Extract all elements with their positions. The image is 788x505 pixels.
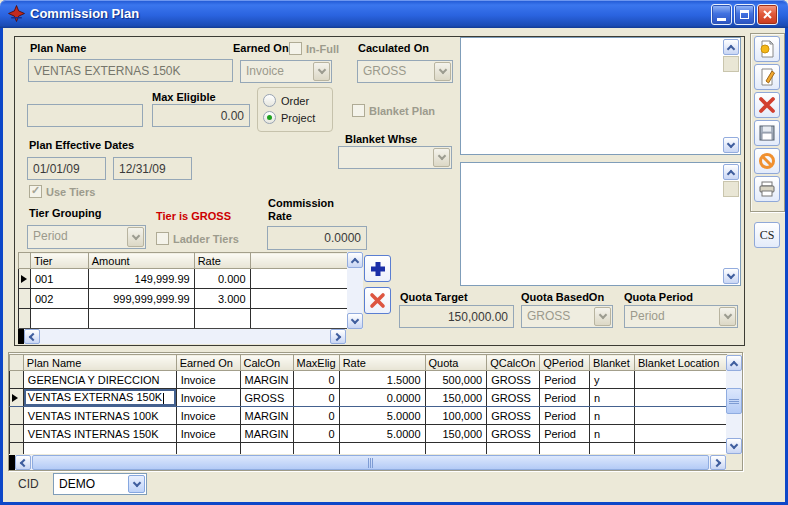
add-tier-button[interactable] <box>364 255 391 282</box>
tier-grid-hscroll[interactable] <box>24 329 346 344</box>
use-tiers-label: Use Tiers <box>46 186 95 198</box>
project-label: Project <box>281 112 315 124</box>
earned-on-column-header[interactable]: Earned On <box>176 355 240 371</box>
blanket-plan-label: Blanket Plan <box>369 105 435 117</box>
quota-target-field[interactable]: 150,000.00 <box>399 305 514 328</box>
amount-column-header[interactable]: Amount <box>88 253 194 269</box>
tier-column-header[interactable]: Tier <box>30 253 88 269</box>
scroll-thumb[interactable] <box>32 455 709 470</box>
scroll-right-button[interactable] <box>710 455 726 470</box>
edit-plan-button[interactable] <box>754 64 780 90</box>
upper-listbox[interactable] <box>460 37 741 155</box>
order-radio[interactable] <box>263 94 276 107</box>
plan-row[interactable]: VENTAS INTERNAS 150K Invoice MARGIN 0 5.… <box>10 425 727 443</box>
earned-on-label: Earned On <box>233 42 289 54</box>
radio-dot <box>267 115 272 120</box>
tier-row[interactable]: 001 149,999.99 0.000 <box>19 269 348 289</box>
minimize-button[interactable] <box>711 4 732 25</box>
tier-grid-corner <box>19 253 31 269</box>
scroll-thumb[interactable] <box>726 388 742 414</box>
cid-combo[interactable]: DEMO <box>53 473 147 495</box>
row-marker <box>10 407 24 425</box>
scroll-up-button[interactable] <box>723 39 739 55</box>
scroll-up-button[interactable] <box>723 164 739 180</box>
scroll-up-button[interactable] <box>726 355 742 371</box>
new-plan-button[interactable] <box>754 36 780 62</box>
scroll-thumb[interactable] <box>723 181 739 197</box>
cs-button[interactable]: CS <box>754 222 780 248</box>
plan-name-column-header[interactable]: Plan Name <box>23 355 176 371</box>
maxelig-column-header[interactable]: MaxElig <box>293 355 339 371</box>
print-button[interactable] <box>754 176 780 202</box>
max-eligible-field[interactable]: 0.00 <box>152 104 250 127</box>
plan-row[interactable]: GERENCIA Y DIRECCION Invoice MARGIN 0 1.… <box>10 371 727 389</box>
qperiod-column-header[interactable]: QPeriod <box>540 355 590 371</box>
rate-column-header[interactable]: Rate <box>194 253 250 269</box>
row-marker <box>19 309 31 329</box>
tier-grouping-label: Tier Grouping <box>29 207 102 219</box>
tier-grid: Tier Amount Rate 001 149,999.99 0.000 00… <box>18 252 348 329</box>
end-date-field[interactable]: 12/31/09 <box>113 157 192 180</box>
rate-column-header[interactable]: Rate <box>339 355 425 371</box>
lower-listbox[interactable] <box>460 162 741 286</box>
qcalcon-column-header[interactable]: QCalcOn <box>487 355 540 371</box>
quota-basedon-label: Quota BasedOn <box>521 291 604 303</box>
close-button[interactable] <box>757 4 778 25</box>
maximize-button[interactable] <box>734 4 755 25</box>
cancel-icon <box>758 152 776 170</box>
cid-label: CID <box>18 477 39 491</box>
scroll-down-button[interactable] <box>723 268 739 284</box>
thumb-grip <box>729 399 739 404</box>
scroll-thumb[interactable] <box>723 56 739 72</box>
plan-name-field: VENTAS EXTERNAS 150K <box>28 59 233 82</box>
calcon-column-header[interactable]: CalcOn <box>240 355 293 371</box>
scroll-left-button[interactable] <box>24 329 40 344</box>
calculated-on-label: Caculated On <box>358 42 429 54</box>
save-plan-button[interactable] <box>754 120 780 146</box>
scroll-down-button[interactable] <box>347 313 363 329</box>
scroll-down-button[interactable] <box>726 438 742 454</box>
row-marker <box>10 425 24 443</box>
in-full-checkbox <box>289 42 302 55</box>
commission-rate-label: Commission Rate <box>268 197 340 223</box>
commission-rate-field[interactable]: 0.0000 <box>267 226 367 250</box>
plan-row-selected[interactable]: VENTAS EXTERNAS 150K Invoice GROSS 0 0.0… <box>10 389 727 407</box>
ladder-tiers-label: Ladder Tiers <box>173 233 239 245</box>
chevron-down-icon <box>434 62 451 81</box>
quota-column-header[interactable]: Quota <box>425 355 487 371</box>
delete-icon <box>758 96 776 114</box>
maximize-icon <box>740 10 749 19</box>
use-tiers-checkbox: ✓ <box>29 185 42 198</box>
quota-basedon-combo: GROSS <box>521 305 613 328</box>
blanket-whse-combo <box>338 146 452 169</box>
project-radio[interactable] <box>263 111 276 124</box>
tier-row[interactable]: 002 999,999,999.99 3.000 <box>19 289 348 309</box>
in-full-label: In-Full <box>306 43 339 55</box>
row-marker <box>19 289 31 309</box>
cancel-button[interactable] <box>754 148 780 174</box>
ladder-tiers-checkbox <box>156 232 169 245</box>
thumb-grip <box>368 458 373 468</box>
save-icon <box>758 124 776 142</box>
scroll-up-button[interactable] <box>347 252 363 268</box>
plan-row[interactable]: VENTAS INTERNAS 100K Invoice MARGIN 0 5.… <box>10 407 727 425</box>
scroll-left-button[interactable] <box>15 455 31 470</box>
plan-row-empty[interactable] <box>10 443 727 455</box>
delete-plan-button[interactable] <box>754 92 780 118</box>
scroll-right-button[interactable] <box>330 329 346 344</box>
scroll-down-button[interactable] <box>723 137 739 153</box>
row-marker <box>10 389 24 407</box>
tier-row-empty[interactable] <box>19 309 348 329</box>
chevron-down-icon <box>719 307 736 326</box>
app-icon <box>8 5 25 22</box>
start-date-field[interactable]: 01/01/09 <box>27 157 106 180</box>
delete-tier-button[interactable] <box>364 287 391 314</box>
window-title: Commission Plan <box>30 6 139 21</box>
check-icon: ✓ <box>31 184 40 197</box>
blanket-column-header[interactable]: Blanket <box>590 355 635 371</box>
calculated-on-combo: GROSS <box>357 60 453 83</box>
new-icon <box>758 40 776 58</box>
blanket-location-column-header[interactable]: Blanket Location <box>635 355 727 371</box>
quota-target-label: Quota Target <box>400 291 468 303</box>
current-row-icon <box>12 394 18 402</box>
